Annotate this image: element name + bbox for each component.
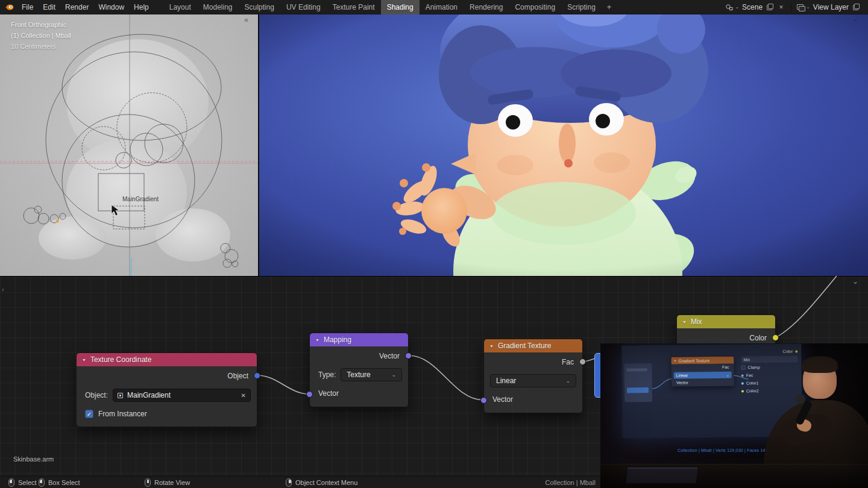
output-fac-label: Fac: [484, 352, 582, 372]
new-scene-button[interactable]: [766, 3, 774, 11]
interpolation-row: Linear ⌄: [484, 372, 582, 390]
tab-animation[interactable]: Animation: [420, 0, 464, 14]
unlink-scene-button[interactable]: ✕: [777, 3, 785, 11]
microphone-head: [796, 394, 805, 404]
tab-compositing[interactable]: Compositing: [509, 0, 561, 14]
status-hint-label: Rotate View: [154, 479, 190, 486]
mapping-type-value: Texture: [347, 371, 370, 379]
socket-fac-output[interactable]: [579, 358, 586, 365]
socket-vector-input[interactable]: [480, 397, 487, 404]
mouse-middle-icon: [145, 478, 151, 487]
blender-logo-icon[interactable]: [4, 3, 14, 11]
node-title: Mix: [691, 318, 702, 326]
active-collection: (1) Collection | Mball: [11, 30, 71, 41]
copy-icon: [853, 4, 860, 10]
node-title: Gradient Texture: [498, 342, 552, 350]
socket-vector-output[interactable]: [405, 352, 412, 359]
node-mapping[interactable]: ▼ Mapping Vector Type: Texture ⌄ Vector: [309, 333, 409, 407]
wireframe-canvas: [0, 14, 258, 276]
laptop: [626, 468, 698, 483]
tab-modeling[interactable]: Modeling: [197, 0, 239, 14]
menu-window[interactable]: Window: [93, 0, 129, 14]
node-header[interactable]: ▼ Texture Coordinate: [77, 353, 257, 366]
collapse-icon[interactable]: ▼: [489, 344, 494, 348]
scene-selector[interactable]: ⌄ Scene ✕: [721, 0, 790, 14]
menu-help[interactable]: Help: [129, 0, 154, 14]
socket-color-output[interactable]: [772, 334, 779, 341]
region-toggle-icon[interactable]: ›: [2, 286, 4, 293]
from-instancer-checkbox[interactable]: ✓: [85, 410, 93, 418]
menu-edit[interactable]: Edit: [38, 0, 60, 14]
type-label: Type:: [318, 371, 336, 379]
status-hint-select: Select: [8, 477, 37, 488]
status-hint-label: Box Select: [48, 479, 80, 486]
status-hint-context-menu: Object Context Menu: [286, 477, 357, 488]
output-vector-label: Vector: [310, 346, 408, 366]
mouse-left-drag-icon: [39, 478, 45, 487]
chevron-down-icon: ⌄: [391, 372, 396, 378]
area-divider[interactable]: [258, 14, 259, 276]
status-hint-rotate-view: Rotate View: [145, 477, 190, 488]
collapse-icon[interactable]: ▼: [315, 338, 319, 342]
node-texture-coordinate[interactable]: ▼ Texture Coordinate Object Object: Main…: [76, 352, 257, 427]
node-gradient-texture[interactable]: ▼ Gradient Texture Fac Linear ⌄ Vector: [483, 339, 583, 413]
node-title: Texture Coordinate: [90, 355, 151, 364]
node-header[interactable]: ▼ Gradient Texture: [484, 339, 582, 352]
mouse-right-icon: [286, 478, 292, 487]
clear-object-icon[interactable]: ✕: [241, 392, 246, 399]
type-row: Type: Texture ⌄: [310, 366, 408, 384]
tab-texture-paint[interactable]: Texture Paint: [327, 0, 381, 14]
interpolation-dropdown[interactable]: Linear ⌄: [490, 374, 576, 387]
tab-scripting[interactable]: Scripting: [561, 0, 602, 14]
from-instancer-row: ✓ From Instancer: [77, 405, 257, 423]
tab-sculpting[interactable]: Sculpting: [239, 0, 280, 14]
node-editor-breadcrumb: Skinbase.arm: [13, 455, 54, 463]
node-header[interactable]: ▼ Mix: [677, 315, 775, 328]
menu-render[interactable]: Render: [60, 0, 93, 14]
status-active-object: Collection | Mball: [545, 477, 596, 488]
socket-vector-input[interactable]: [306, 391, 313, 398]
viewport-3d-wireframe[interactable]: Front Orthographic (1) Collection | Mbal…: [0, 14, 258, 276]
view-layer-selector[interactable]: ⌄ View Layer: [793, 0, 864, 14]
object-field-row: Object: MainGradient ✕: [77, 386, 257, 405]
viewport-3d-rendered[interactable]: ⌄: [259, 14, 868, 276]
collapse-icon[interactable]: ▼: [82, 358, 86, 362]
input-vector-label: Vector: [484, 390, 582, 409]
tab-uv-editing[interactable]: UV Editing: [280, 0, 327, 14]
viewport-header-text: Front Orthographic (1) Collection | Mbal…: [11, 19, 71, 52]
status-hint-box-select: Box Select: [39, 477, 80, 488]
collapse-icon[interactable]: ▼: [682, 320, 687, 324]
chevron-down-icon: ⌄: [735, 4, 739, 10]
chevron-down-icon: ⌄: [806, 4, 810, 10]
tab-rendering[interactable]: Rendering: [464, 0, 509, 14]
output-object-label: Object: [77, 366, 257, 386]
check-icon: ✓: [87, 411, 92, 418]
tab-shading[interactable]: Shading: [381, 0, 420, 14]
collapse-chevrons-icon[interactable]: «: [244, 16, 248, 24]
object-icon: [118, 393, 123, 398]
mapping-type-dropdown[interactable]: Texture ⌄: [341, 368, 402, 381]
node-header[interactable]: ▼ Mapping: [310, 333, 408, 346]
chevron-down-icon[interactable]: ⌄: [852, 277, 858, 286]
workspace-tabs: Layout Modeling Sculpting UV Editing Tex…: [163, 0, 617, 14]
add-workspace-button[interactable]: +: [602, 0, 617, 14]
object-field[interactable]: MainGradient ✕: [113, 389, 251, 402]
render-preview-image: [259, 14, 868, 276]
new-view-layer-button[interactable]: [852, 3, 860, 11]
mouse-left-icon: [8, 478, 14, 487]
status-hint-label: Object Context Menu: [295, 479, 357, 486]
presenter-video-overlay: ▼ Gradient Texture Fac Linear ⌄ Vector C…: [600, 343, 868, 488]
chevron-down-icon[interactable]: ⌄: [852, 14, 858, 23]
object-name-label: MainGradient: [122, 196, 159, 202]
view-name: Front Orthographic: [11, 19, 71, 30]
socket-object-output[interactable]: [254, 372, 260, 379]
node-title: Mapping: [324, 336, 351, 344]
status-hint-label: Select: [18, 479, 37, 486]
scene-icon: [725, 4, 733, 11]
tab-layout[interactable]: Layout: [163, 0, 197, 14]
copy-icon: [767, 4, 773, 10]
view-layer-name: View Layer: [813, 3, 849, 11]
chevron-down-icon: ⌄: [565, 378, 570, 384]
presenter-hair: [802, 356, 838, 373]
menu-file[interactable]: File: [17, 0, 38, 14]
